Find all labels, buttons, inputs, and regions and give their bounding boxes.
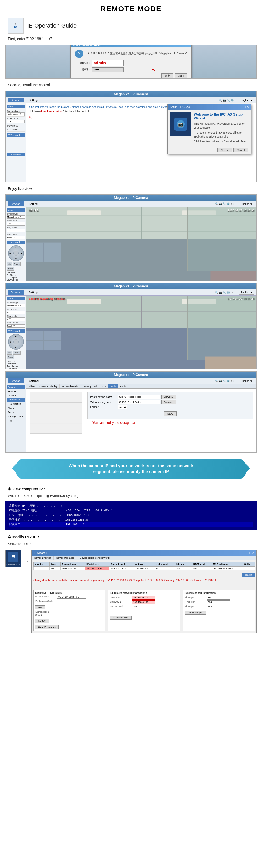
cmd-line-4: 子网掩码 . . . . . . . . . . . : 255.255.255…: [9, 518, 253, 523]
wizard-text: Welcome to the IPC_AX Setup Wizard This …: [194, 112, 249, 144]
ipwizard-title-label: IPWizardII_2.2.1: [6, 563, 20, 565]
settings-screenshot: Megapixel IP Camera Browse Setting 🔍 📷 🔧…: [5, 371, 257, 453]
svg-marker-41: [12, 461, 20, 476]
network-item[interactable]: Network: [6, 390, 25, 393]
alarm-item[interactable]: Alarm: [6, 406, 25, 410]
wizard-title-bar: Setup - IPC_AX — □ ✕: [168, 104, 251, 110]
tab-char-display[interactable]: Character display: [37, 384, 60, 389]
ipwizard-tab-params[interactable]: Device parameters deriverd:: [77, 556, 112, 560]
tab-audio[interactable]: Audio: [118, 384, 128, 389]
login-screenshot: 连接到 192.168.1.110 ✕ ? http://192.168.1.1…: [5, 44, 257, 79]
ptz-function-title: PTZ function: [6, 153, 25, 156]
get-btn[interactable]: Get: [35, 605, 45, 610]
cmd-line-1: 连接特定 DNS 后缀 . . . . . . . :: [9, 504, 253, 509]
ie-operation-guide-title: IE Operation Guide: [27, 22, 77, 29]
iris-btn[interactable]: Iris: [6, 262, 12, 266]
wizard-footer: Next > Cancel: [168, 146, 251, 154]
lv-sidebar-2: View Stream type Main stream ▼ Video siz…: [5, 296, 26, 369]
login-dialog: 连接到 192.168.1.110 ✕ ? http://192.168.1.1…: [70, 44, 192, 79]
device-id-input[interactable]: [132, 596, 155, 599]
ok-button[interactable]: 确定: [162, 73, 173, 79]
lv-browse-btn[interactable]: Browse: [8, 202, 24, 206]
net-info-box: Equipment network information： Device ID…: [108, 590, 180, 631]
svg-rect-33: [205, 357, 257, 369]
record-item[interactable]: Record: [6, 410, 25, 414]
modify-net-btn[interactable]: Modify network: [110, 616, 132, 620]
cancel-button[interactable]: 取消: [175, 73, 187, 79]
ipwizard-tab-upgrades[interactable]: Device Upgrades: [54, 556, 77, 560]
subnet-input[interactable]: [132, 605, 155, 609]
auth-input[interactable]: [57, 612, 86, 615]
view-ip-subtitle: WIN+R → CMD → ipconfig (Windows System): [0, 493, 262, 500]
save-btn[interactable]: Save: [164, 411, 177, 416]
username-input[interactable]: admin: [92, 60, 124, 66]
password-input[interactable]: ••••••: [92, 67, 124, 72]
mac-input[interactable]: [57, 595, 86, 599]
device-id-label: Device ID：: [110, 596, 131, 599]
zoom-btn[interactable]: Zoom: [6, 267, 14, 271]
settings-browse-btn[interactable]: Browse: [8, 378, 24, 383]
wizard-cancel-btn[interactable]: Cancel: [233, 148, 249, 152]
ptz-wheel[interactable]: ▲ ▼ ◄ ►: [8, 245, 24, 261]
videoaudio-item[interactable]: Video&Audio: [6, 398, 25, 402]
system-item[interactable]: System: [6, 385, 25, 389]
manage-users-item[interactable]: Manage Users: [6, 414, 25, 418]
tab-path[interactable]: Path: [109, 384, 118, 389]
ptz-wheel-2[interactable]: ▲ ▼ ◄ ►: [8, 334, 24, 350]
download-link[interactable]: download control: [40, 110, 62, 113]
auth-label: Authorization code：: [35, 611, 56, 617]
arrow-annotation: ↑: [33, 584, 255, 588]
equip-info-box: Equipment information: Mac Address： Veri…: [33, 590, 105, 631]
ipwizard-icon: 🖥: [8, 552, 18, 562]
ipwizard-container: 🖥 IPWizardII_2.2.1 → IPWizardII — □ ✕ De…: [5, 550, 257, 633]
ptz-function-item[interactable]: PTZ function: [6, 402, 25, 406]
focus-btn-2[interactable]: Focus: [12, 351, 21, 354]
table-row[interactable]: 1 IPC IPG-EI4×80-III 192.168.0.110 255.2…: [33, 566, 255, 570]
video-browse-btn[interactable]: Browse...: [162, 400, 176, 404]
video-path-input[interactable]: [118, 400, 160, 404]
tab-roi[interactable]: ROI: [100, 384, 109, 389]
settings-sidebar: System Network Camera Video&Audio PTZ fu…: [5, 384, 26, 452]
video-size: Video size -- ▼: [6, 117, 25, 124]
cam-header: Megapixel IP Camera: [5, 91, 257, 97]
iris-btn-2[interactable]: Iris: [6, 351, 12, 354]
clear-pwd-btn[interactable]: Clear Passwords: [35, 625, 59, 629]
browse-btn[interactable]: Browse: [8, 98, 24, 102]
rtsp-port-input[interactable]: [207, 605, 230, 609]
stream-type: Stream type Main stream ▼: [6, 109, 25, 117]
photo-browse-btn[interactable]: Browse...: [162, 395, 176, 399]
install-screenshot: Megapixel IP Camera Browse Setting 🔍 📷 🔧…: [5, 91, 257, 182]
zoom-btn-2[interactable]: Zoom: [6, 355, 14, 359]
lv-timestamp-2: 2017-07-27 18:10:38: [228, 297, 254, 301]
search-btn[interactable]: search: [241, 573, 255, 577]
log-item[interactable]: Log: [6, 419, 25, 423]
lv-sidebar-1: View Stream type Main stream ▼ Video siz…: [5, 207, 26, 281]
format-select[interactable]: avi: [118, 405, 127, 409]
recording-indicator: ● H IPC recording 01:15:36: [29, 297, 65, 301]
header-section: fi firST IE Operation Guide: [0, 16, 262, 36]
tab-privacy-mask[interactable]: Privacy mask: [82, 384, 100, 389]
warning-banner: When the camera IP and your network is n…: [16, 459, 246, 479]
tab-video[interactable]: Video: [26, 384, 37, 389]
ipwizard-tab-browser[interactable]: Device Browser: [32, 556, 54, 560]
gateway-input[interactable]: [132, 600, 155, 604]
contact-btn[interactable]: Contact: [35, 619, 49, 623]
tab-motion-detect[interactable]: Motion detection: [60, 384, 82, 389]
dialog-title-bar: 连接到 192.168.1.110 ✕: [71, 44, 191, 48]
cam-sidebar: View Stream type Main stream ▼ Video siz…: [5, 103, 26, 182]
video-port-input[interactable]: [207, 596, 230, 599]
lv-browse-btn-2[interactable]: Browse: [8, 290, 24, 294]
http-port-input[interactable]: [207, 600, 230, 604]
camera-item[interactable]: Camera: [6, 394, 25, 397]
storage-note: You can modify the storage path: [92, 421, 253, 425]
lv-timestamp-1: 2017-07-27 18:10:38: [228, 209, 254, 212]
setup-wizard: Setup - IPC_AX — □ ✕ 📷 Welcome to the IP…: [168, 104, 251, 154]
lv-setting-label-2: Setting: [29, 291, 38, 294]
cmd-line-5: 默认网关. . . . . . . . . . . . : 192.168.1.…: [9, 522, 253, 527]
focus-btn[interactable]: Focus: [12, 262, 21, 266]
banner-text: When the camera IP and your network is n…: [69, 463, 193, 475]
wizard-next-btn[interactable]: Next >: [217, 148, 232, 152]
modify-port-btn[interactable]: Modify the port: [185, 611, 206, 615]
photo-path-input[interactable]: [118, 395, 160, 399]
verif-input[interactable]: [57, 599, 86, 603]
